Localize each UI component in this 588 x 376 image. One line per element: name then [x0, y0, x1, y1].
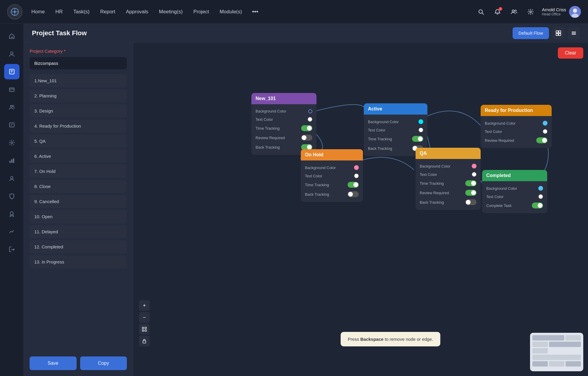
nav-report[interactable]: Report [100, 7, 116, 17]
stage-item[interactable]: 4. Ready for Production [30, 119, 127, 133]
fit-view-button[interactable] [139, 324, 150, 335]
save-button[interactable]: Save [30, 356, 77, 370]
color-dot[interactable] [419, 128, 423, 132]
user-profile[interactable]: Arnold Criss Head Office [542, 6, 581, 18]
sidebar-finance[interactable] [4, 82, 20, 97]
review-required-toggle[interactable] [465, 190, 476, 196]
user-location: Head Office [542, 12, 566, 16]
sidebar-shield[interactable] [4, 188, 20, 204]
node-ready-for-production[interactable]: Ready for Production Background Color Te… [481, 105, 552, 148]
stage-item[interactable]: 12. Completed [30, 240, 127, 253]
color-dot[interactable] [472, 164, 476, 168]
color-dot[interactable] [538, 194, 543, 199]
header-actions: Default Flow [513, 27, 580, 39]
hint-prefix: Press [348, 337, 361, 342]
category-select[interactable]: Bizcompass [30, 57, 127, 69]
time-tracking-toggle[interactable] [412, 136, 423, 142]
review-required-toggle[interactable] [536, 137, 547, 143]
clear-button[interactable]: Clear [558, 47, 583, 59]
node-row: Text Color [251, 115, 316, 123]
back-tracking-toggle[interactable] [465, 199, 476, 205]
sidebar-team[interactable] [4, 99, 20, 115]
svg-rect-37 [142, 327, 144, 329]
svg-point-23 [11, 142, 13, 144]
stage-item[interactable]: 9. Cancelled [30, 195, 127, 208]
stage-item[interactable]: 6. Active [30, 150, 127, 163]
default-flow-button[interactable]: Default Flow [513, 27, 549, 39]
sidebar-award[interactable] [4, 206, 20, 221]
zoom-out-button[interactable]: − [139, 312, 150, 323]
page-header: Project Task Flow Default Flow [24, 24, 588, 43]
team-button[interactable] [509, 7, 519, 17]
stage-item[interactable]: 10. Open [30, 210, 127, 223]
nav-more-dots[interactable]: ••• [252, 8, 258, 15]
sidebar-list[interactable] [4, 117, 20, 133]
notification-button[interactable]: 1 [492, 7, 503, 17]
sidebar-chart[interactable] [4, 153, 20, 168]
nav-home[interactable]: Home [31, 7, 45, 17]
copy-button[interactable]: Copy [80, 356, 127, 370]
nav-project[interactable]: Project [193, 7, 210, 17]
stage-item[interactable]: 8. Close [30, 180, 127, 193]
svg-point-17 [11, 90, 11, 91]
stage-item[interactable]: 7. On Hold [30, 165, 127, 178]
color-dot[interactable] [472, 172, 476, 177]
notification-badge: 1 [499, 7, 502, 11]
svg-point-3 [14, 11, 16, 13]
color-dot[interactable] [308, 109, 312, 113]
color-dot[interactable] [308, 117, 312, 122]
color-dot[interactable] [543, 129, 547, 134]
stage-item[interactable]: 2. Planning [30, 89, 127, 102]
time-tracking-toggle[interactable] [348, 182, 359, 188]
nav-tasks[interactable]: Task(s) [73, 7, 90, 17]
back-tracking-toggle[interactable] [348, 191, 359, 197]
nav-meetings[interactable]: Meeting(s) [158, 7, 183, 17]
sidebar-person[interactable] [4, 46, 20, 62]
time-tracking-toggle[interactable] [465, 180, 476, 186]
topnav-right: 1 Arnold Criss Head Office [476, 6, 581, 18]
color-dot[interactable] [354, 165, 359, 170]
sidebar-logout[interactable] [4, 242, 20, 257]
sidebar-profile2[interactable] [4, 171, 20, 186]
zoom-in-button[interactable]: + [139, 300, 150, 311]
svg-rect-33 [559, 33, 561, 36]
stage-item[interactable]: 13. in Progress [30, 255, 127, 269]
node-qa[interactable]: QA Background Color Text Color Time Trac… [416, 148, 481, 210]
stage-item[interactable]: 11. Delayed [30, 225, 127, 238]
svg-rect-25 [11, 159, 12, 163]
svg-rect-24 [9, 161, 11, 163]
color-dot[interactable] [538, 186, 543, 191]
app-logo[interactable] [7, 4, 22, 20]
sidebar-tasks[interactable] [4, 64, 20, 79]
color-dot[interactable] [419, 119, 423, 124]
node-row: Review Required [416, 188, 481, 197]
search-button[interactable] [476, 7, 486, 17]
stage-item[interactable]: 5. QA [30, 134, 127, 148]
node-on-hold[interactable]: On Hold Background Color Text Color Time… [301, 149, 363, 202]
lock-button[interactable] [139, 336, 150, 346]
color-dot[interactable] [354, 173, 359, 178]
sidebar-analytics[interactable] [4, 224, 20, 239]
stage-item[interactable]: 1.New_101 [30, 74, 127, 87]
complete-task-toggle[interactable] [532, 203, 543, 208]
stage-item[interactable]: 3. Design [30, 104, 127, 118]
nav-modules[interactable]: Module(s) [219, 7, 243, 17]
time-tracking-toggle[interactable] [301, 125, 312, 131]
stage-list: 1.New_101 2. Planning 3. Design 4. Ready… [30, 74, 127, 352]
nav-approvals[interactable]: Approvals [125, 7, 149, 17]
review-required-toggle[interactable] [301, 135, 312, 141]
node-new101-header: New_101 [251, 93, 316, 104]
color-dot[interactable] [543, 121, 547, 126]
nav-hr[interactable]: HR [55, 7, 63, 17]
node-new101[interactable]: New_101 Background Color Text Color Time… [251, 93, 316, 155]
view-toggle-button[interactable] [553, 27, 564, 39]
node-rfp-header: Ready for Production [481, 105, 552, 116]
svg-line-5 [482, 13, 484, 15]
settings-button[interactable] [525, 7, 536, 17]
sidebar-home[interactable] [4, 28, 20, 44]
sidebar-settings[interactable] [4, 135, 20, 150]
list-view-button[interactable] [568, 27, 580, 39]
flow-canvas[interactable]: Clear New_101 [133, 43, 588, 376]
panel-buttons: Save Copy [30, 356, 127, 370]
node-completed[interactable]: Completed Background Color Text Color Co… [482, 170, 547, 213]
